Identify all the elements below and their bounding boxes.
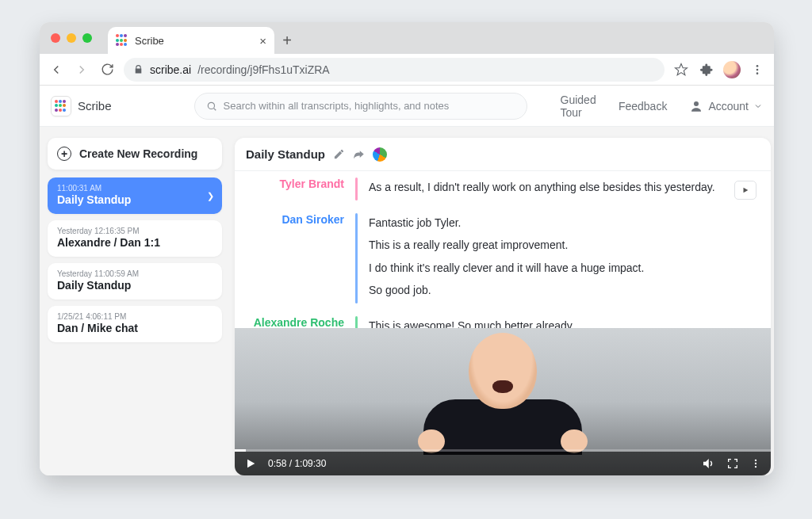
global-search-input[interactable]: Search within all transcripts, highlight… — [194, 93, 527, 120]
zoom-window-button[interactable] — [82, 33, 92, 43]
transcript-segment[interactable]: Alexandre RocheThis is awesome! So much … — [235, 310, 771, 329]
transcript-area: Tyler BrandtAs a result, I didn't really… — [235, 171, 771, 328]
panel-header: Daily Standup — [235, 138, 771, 171]
svg-marker-0 — [676, 63, 688, 74]
video-controls: 0:58 / 1:09:30 — [235, 452, 771, 475]
recording-timestamp: Yesterday 12:16:35 PM — [57, 227, 213, 235]
transcript-lines: This is awesome! So much better already. — [358, 316, 575, 329]
search-placeholder: Search within all transcripts, highlight… — [224, 100, 450, 112]
create-new-recording-label: Create New Recording — [79, 147, 197, 160]
minimize-window-button[interactable] — [67, 33, 76, 43]
back-button[interactable] — [48, 63, 65, 77]
transcript-segment[interactable]: Dan SirokerFantastic job Tyler.This is a… — [235, 207, 771, 310]
address-bar[interactable]: scribe.ai/recording/j9fFhs1uTxiZRA — [124, 58, 665, 82]
transcript-line[interactable]: I do think it's really clever and it wil… — [369, 258, 644, 278]
svg-point-4 — [208, 102, 214, 109]
transcript-lines: As a result, I didn't really work on any… — [358, 177, 715, 200]
edit-icon[interactable] — [333, 148, 345, 160]
transcript-line[interactable]: As a result, I didn't really work on any… — [369, 177, 715, 197]
recording-card[interactable]: Yesterday 12:16:35 PMAlexandre / Dan 1:1 — [48, 220, 222, 257]
video-current-time: 0:58 — [268, 458, 286, 469]
browser-tab-active[interactable]: Scribe × — [108, 27, 274, 54]
svg-marker-7 — [744, 188, 749, 193]
browser-menu-icon[interactable] — [749, 63, 766, 76]
svg-point-11 — [755, 466, 756, 467]
url-host: scribe.ai — [150, 63, 191, 76]
transcript-segment[interactable]: Tyler BrandtAs a result, I didn't really… — [235, 171, 771, 207]
account-label: Account — [708, 100, 749, 113]
transcript-line[interactable]: This is a really really great improvemen… — [369, 235, 644, 255]
close-tab-icon[interactable]: × — [259, 34, 266, 48]
recording-card[interactable]: Yesterday 11:00:59 AMDaily Standup — [48, 263, 222, 300]
app-body: + Create New Recording 11:00:31 AMDaily … — [40, 127, 774, 475]
brand-name: Scribe — [78, 99, 112, 113]
speaker-pie-icon[interactable] — [373, 147, 387, 162]
recording-title: Daily Standup — [57, 279, 213, 292]
svg-point-1 — [756, 65, 759, 67]
browser-tabstrip: Scribe × + — [40, 22, 774, 54]
chevron-down-icon — [753, 101, 763, 111]
person-icon — [689, 99, 703, 113]
video-duration: 1:09:30 — [294, 458, 326, 469]
volume-icon[interactable] — [701, 456, 715, 471]
window-controls — [51, 33, 92, 43]
sidebar: + Create New Recording 11:00:31 AMDaily … — [40, 127, 230, 475]
brand[interactable]: Scribe — [51, 96, 112, 116]
plus-circle-icon: + — [57, 147, 71, 161]
svg-point-2 — [756, 68, 759, 71]
new-tab-button[interactable]: + — [274, 27, 300, 54]
svg-point-9 — [755, 460, 756, 461]
recording-title: Dan / Mike chat — [57, 322, 213, 334]
create-new-recording-button[interactable]: + Create New Recording — [48, 138, 222, 170]
video-menu-icon[interactable] — [750, 458, 761, 469]
profile-avatar[interactable] — [723, 61, 741, 78]
speaker-name: Dan Siroker — [235, 213, 355, 303]
url-path: /recording/j9fFhs1uTxiZRA — [197, 63, 330, 76]
speaker-name: Alexandre Roche — [235, 316, 355, 329]
svg-point-6 — [694, 101, 699, 106]
recording-title: Daily Standup — [246, 147, 325, 161]
recording-card[interactable]: 11:00:31 AMDaily Standup❯ — [48, 177, 222, 214]
share-icon[interactable] — [353, 148, 365, 160]
recording-title: Daily Standup — [57, 193, 213, 206]
lock-icon — [133, 64, 144, 74]
recording-timestamp: 1/25/21 4:06:11 PM — [57, 312, 213, 321]
reload-button[interactable] — [98, 63, 116, 76]
browser-toolbar: scribe.ai/recording/j9fFhs1uTxiZRA — [40, 54, 774, 86]
account-menu[interactable]: Account — [689, 99, 763, 113]
recording-list: 11:00:31 AMDaily Standup❯Yesterday 12:16… — [48, 177, 222, 342]
play-icon[interactable] — [244, 457, 257, 470]
svg-marker-8 — [247, 460, 255, 468]
extensions-icon[interactable] — [698, 63, 715, 76]
transcript-line[interactable]: This is awesome! So much better already. — [369, 316, 575, 329]
recording-panel: Daily Standup Tyler BrandtAs a result, I… — [235, 138, 771, 475]
recording-card[interactable]: 1/25/21 4:06:11 PMDan / Mike chat — [48, 306, 222, 342]
browser-window: Scribe × + scribe.ai/recording/j9fFhs1uT… — [40, 22, 774, 475]
search-icon — [206, 101, 217, 112]
svg-line-5 — [213, 108, 216, 110]
scribe-logo-icon — [51, 96, 71, 116]
video-thumbnail — [412, 328, 594, 455]
svg-point-3 — [756, 72, 759, 74]
svg-point-10 — [755, 463, 756, 464]
transcript-line[interactable]: So good job. — [369, 280, 644, 300]
app-header: Scribe Search within all transcripts, hi… — [40, 86, 774, 127]
close-window-button[interactable] — [51, 33, 60, 43]
transcript-line[interactable]: Fantastic job Tyler. — [369, 213, 644, 233]
transcript-lines: Fantastic job Tyler.This is a really rea… — [358, 213, 644, 303]
bookmark-star-icon[interactable] — [672, 63, 690, 77]
main-area: Daily Standup Tyler BrandtAs a result, I… — [230, 127, 774, 475]
fullscreen-icon[interactable] — [726, 457, 739, 470]
play-segment-button[interactable] — [734, 181, 756, 200]
recording-timestamp: 11:00:31 AM — [57, 184, 213, 193]
speaker-name: Tyler Brandt — [235, 177, 355, 200]
chevron-right-icon: ❯ — [207, 191, 214, 201]
feedback-link[interactable]: Feedback — [619, 100, 667, 113]
scribe-favicon — [116, 34, 128, 47]
video-player[interactable]: 0:58 / 1:09:30 — [235, 328, 771, 475]
recording-timestamp: Yesterday 11:00:59 AM — [57, 269, 213, 278]
tab-title: Scribe — [135, 35, 164, 47]
guided-tour-link[interactable]: Guided Tour — [561, 93, 596, 119]
forward-button[interactable] — [73, 63, 90, 77]
video-time: 0:58 / 1:09:30 — [268, 458, 326, 469]
